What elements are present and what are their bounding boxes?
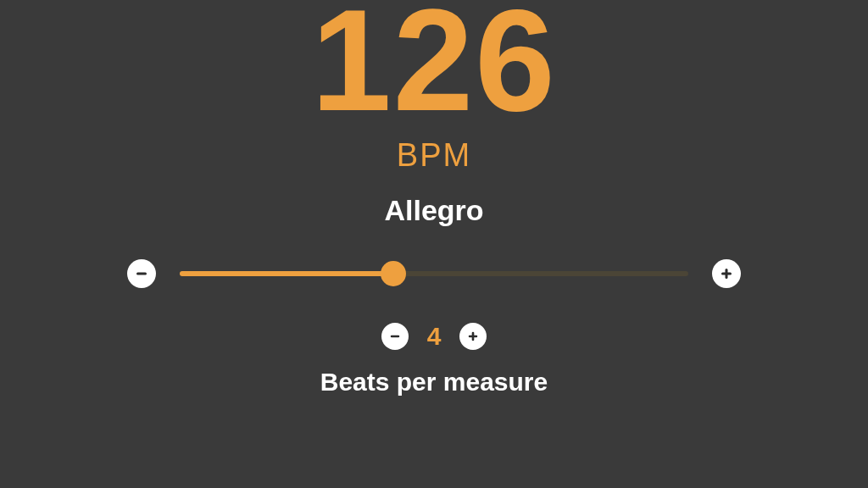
beats-increase-button[interactable] xyxy=(459,323,487,350)
bpm-decrease-button[interactable] xyxy=(127,259,156,288)
beats-value-display: 4 xyxy=(426,322,442,351)
minus-icon xyxy=(135,267,148,280)
plus-icon xyxy=(720,267,733,280)
beats-per-measure-label: Beats per measure xyxy=(320,368,548,396)
minus-icon xyxy=(389,330,401,342)
bpm-value-display: 126 xyxy=(311,0,557,132)
beats-decrease-button[interactable] xyxy=(381,323,409,350)
bpm-increase-button[interactable] xyxy=(712,259,741,288)
bpm-slider-row xyxy=(0,259,868,288)
svg-rect-2 xyxy=(726,269,728,279)
svg-rect-3 xyxy=(391,336,400,338)
bpm-slider-fill xyxy=(180,271,393,276)
svg-rect-0 xyxy=(136,273,147,275)
tempo-name-display: Allegro xyxy=(384,194,483,227)
bpm-slider-thumb[interactable] xyxy=(381,261,406,286)
bpm-unit-label: BPM xyxy=(397,137,471,174)
svg-rect-5 xyxy=(472,332,475,341)
beats-per-measure-row: 4 xyxy=(381,322,487,351)
plus-icon xyxy=(467,330,479,342)
bpm-slider-track[interactable] xyxy=(180,271,688,276)
